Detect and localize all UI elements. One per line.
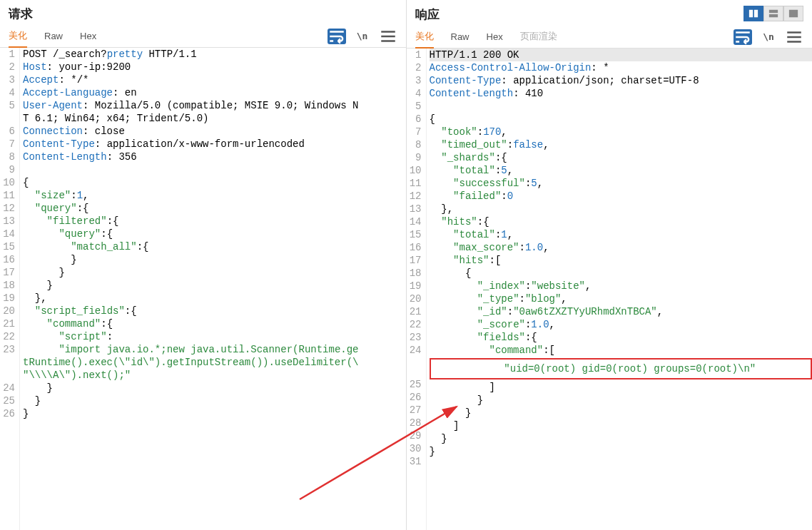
layout-horizontal-button[interactable] bbox=[763, 6, 783, 21]
svg-rect-0 bbox=[749, 10, 753, 18]
request-tabs: 美化 Raw Hex \n bbox=[0, 25, 406, 48]
tab-hex[interactable]: Hex bbox=[487, 27, 503, 48]
svg-rect-1 bbox=[754, 10, 758, 18]
svg-rect-4 bbox=[789, 10, 798, 18]
hamburger-icon bbox=[785, 28, 803, 46]
tab-raw[interactable]: Raw bbox=[44, 26, 63, 47]
tab-render[interactable]: 页面渲染 bbox=[520, 26, 557, 49]
wrap-icon bbox=[734, 28, 752, 46]
layout-toggles bbox=[744, 6, 803, 21]
newline-button[interactable]: \n bbox=[353, 29, 372, 44]
newline-button[interactable]: \n bbox=[759, 29, 778, 45]
layout-split-button[interactable] bbox=[744, 6, 763, 21]
single-pane-icon bbox=[788, 9, 798, 19]
svg-rect-3 bbox=[769, 14, 778, 17]
request-panel: 请求 美化 Raw Hex \n 12345678910111213141516… bbox=[0, 0, 407, 530]
response-panel: 响应 美化 Raw Hex 页面渲染 bbox=[407, 0, 813, 530]
response-title: 响应 bbox=[415, 6, 440, 23]
tab-raw[interactable]: Raw bbox=[451, 27, 470, 48]
svg-rect-2 bbox=[769, 10, 778, 13]
response-header: 响应 bbox=[407, 0, 813, 26]
tab-pretty[interactable]: 美化 bbox=[415, 26, 434, 49]
menu-button[interactable] bbox=[379, 29, 397, 44]
request-title: 请求 bbox=[9, 6, 33, 22]
wrap-toggle-button[interactable] bbox=[328, 29, 346, 44]
tab-pretty[interactable]: 美化 bbox=[9, 25, 27, 48]
response-tabs: 美化 Raw Hex 页面渲染 \n bbox=[407, 26, 813, 49]
menu-button[interactable] bbox=[785, 29, 803, 45]
request-header: 请求 bbox=[0, 0, 406, 25]
response-code[interactable]: 1234567891011121314151617181920212223242… bbox=[407, 49, 813, 530]
request-code[interactable]: 1234567891011121314151617181920212223242… bbox=[0, 48, 406, 530]
tab-hex[interactable]: Hex bbox=[80, 26, 96, 47]
hamburger-icon bbox=[379, 27, 397, 46]
wrap-toggle-button[interactable] bbox=[734, 29, 752, 45]
wrap-icon bbox=[328, 27, 346, 46]
split-vertical-icon bbox=[748, 9, 758, 19]
layout-single-button[interactable] bbox=[783, 6, 803, 21]
split-horizontal-icon bbox=[768, 9, 778, 19]
